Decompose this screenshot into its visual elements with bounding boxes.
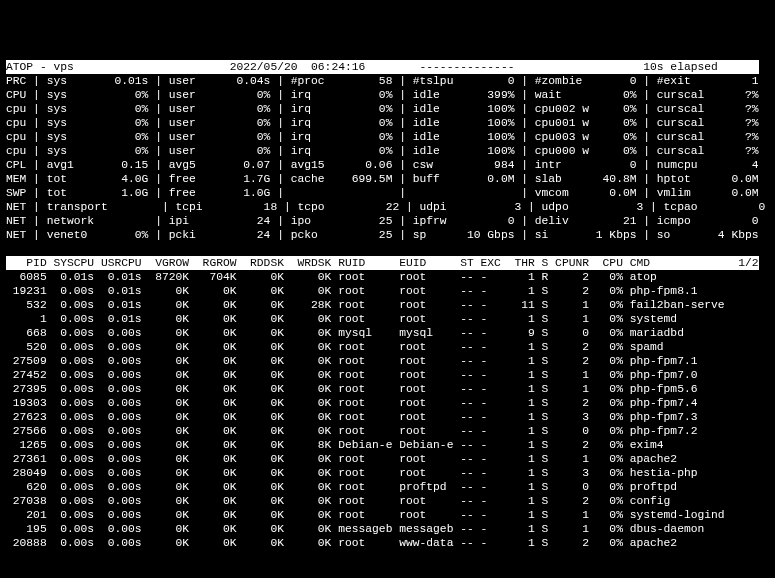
blank — [6, 242, 769, 256]
hdr-row: cpu | sys 0% | user 0% | irq 0% | idle 1… — [6, 144, 769, 158]
hdr-row: CPL | avg1 0.15 | avg5 0.07 | avg15 0.06… — [6, 158, 769, 172]
table-row: 27623 0.00s 0.00s 0K 0K 0K 0K root root … — [6, 410, 769, 424]
hdr-row: NET | venet0 0% | pcki 24 | pcko 25 | sp… — [6, 228, 769, 242]
table-row: 1265 0.00s 0.00s 0K 0K 0K 8K Debian-e De… — [6, 438, 769, 452]
table-row: 520 0.00s 0.00s 0K 0K 0K 0K root root --… — [6, 340, 769, 354]
table-row: 19231 0.00s 0.01s 0K 0K 0K 0K root root … — [6, 284, 769, 298]
hdr-row: PRC | sys 0.01s | user 0.04s | #proc 58 … — [6, 74, 769, 88]
table-row: 620 0.00s 0.00s 0K 0K 0K 0K root proftpd… — [6, 480, 769, 494]
hdr-row: NET | network | ipi 24 | ipo 25 | ipfrw … — [6, 214, 769, 228]
hdr-row: cpu | sys 0% | user 0% | irq 0% | idle 1… — [6, 116, 769, 130]
table-row: 195 0.00s 0.00s 0K 0K 0K 0K messageb mes… — [6, 522, 769, 536]
table-row: 27509 0.00s 0.00s 0K 0K 0K 0K root root … — [6, 354, 769, 368]
table-row: 201 0.00s 0.00s 0K 0K 0K 0K root root --… — [6, 508, 769, 522]
table-row: 27395 0.00s 0.00s 0K 0K 0K 0K root root … — [6, 382, 769, 396]
hdr-row: cpu | sys 0% | user 0% | irq 0% | idle 1… — [6, 130, 769, 144]
table-row: 668 0.00s 0.00s 0K 0K 0K 0K mysql mysql … — [6, 326, 769, 340]
hdr-row: MEM | tot 4.0G | free 1.7G | cache 699.5… — [6, 172, 769, 186]
table-row: 20888 0.00s 0.00s 0K 0K 0K 0K root www-d… — [6, 536, 769, 550]
table-row: 27452 0.00s 0.00s 0K 0K 0K 0K root root … — [6, 368, 769, 382]
table-row: 27038 0.00s 0.00s 0K 0K 0K 0K root root … — [6, 494, 769, 508]
proc-header: PID SYSCPU USRCPU VGROW RGROW RDDSK WRDS… — [6, 256, 759, 270]
hdr-row: cpu | sys 0% | user 0% | irq 0% | idle 1… — [6, 102, 769, 116]
hdr-row: SWP | tot 1.0G | free 1.0G | | | vmcom 0… — [6, 186, 769, 200]
hdr-row: NET | transport | tcpi 18 | tcpo 22 | ud… — [6, 200, 769, 214]
table-row: 1 0.00s 0.01s 0K 0K 0K 0K root root -- -… — [6, 312, 769, 326]
table-row: 6085 0.01s 0.01s 8720K 704K 0K 0K root r… — [6, 270, 769, 284]
titlebar: ATOP - vps 2022/05/20 06:24:16 ---------… — [6, 60, 759, 74]
table-row: 28049 0.00s 0.00s 0K 0K 0K 0K root root … — [6, 466, 769, 480]
table-row: 27566 0.00s 0.00s 0K 0K 0K 0K root root … — [6, 424, 769, 438]
hdr-row: CPU | sys 0% | user 0% | irq 0% | idle 3… — [6, 88, 769, 102]
table-row: 27361 0.00s 0.00s 0K 0K 0K 0K root root … — [6, 452, 769, 466]
table-row: 532 0.00s 0.01s 0K 0K 0K 28K root root -… — [6, 298, 769, 312]
table-row: 19303 0.00s 0.00s 0K 0K 0K 0K root root … — [6, 396, 769, 410]
